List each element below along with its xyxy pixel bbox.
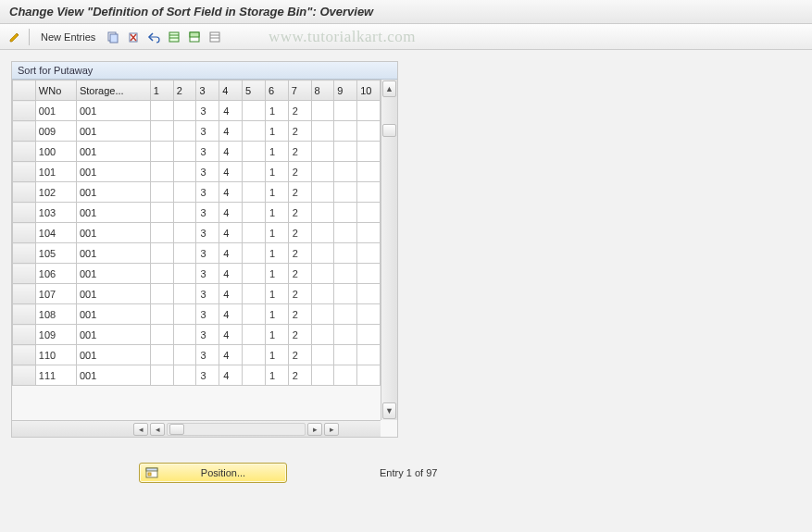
cell-wno[interactable]: 009 bbox=[35, 121, 76, 142]
cell-sort-2[interactable] bbox=[173, 121, 196, 142]
cell-storage[interactable]: 001 bbox=[76, 304, 150, 325]
cell-sort-3[interactable]: 3 bbox=[196, 345, 219, 365]
row-selector[interactable] bbox=[13, 284, 36, 304]
cell-sort-9[interactable] bbox=[334, 264, 357, 284]
cell-sort-2[interactable] bbox=[173, 345, 196, 365]
cell-sort-10[interactable] bbox=[357, 304, 381, 325]
cell-sort-7[interactable]: 2 bbox=[288, 365, 311, 386]
row-selector[interactable] bbox=[13, 182, 36, 203]
cell-storage[interactable]: 001 bbox=[76, 162, 150, 182]
cell-storage[interactable]: 001 bbox=[76, 264, 150, 284]
cell-sort-7[interactable]: 2 bbox=[288, 345, 311, 365]
cell-sort-3[interactable]: 3 bbox=[196, 304, 219, 325]
cell-sort-5[interactable] bbox=[243, 284, 266, 304]
cell-sort-2[interactable] bbox=[173, 325, 196, 345]
cell-sort-9[interactable] bbox=[334, 304, 357, 325]
cell-sort-8[interactable] bbox=[311, 121, 334, 142]
copy-as-icon[interactable] bbox=[104, 28, 122, 46]
cell-sort-1[interactable] bbox=[150, 101, 173, 121]
cell-wno[interactable]: 103 bbox=[35, 203, 76, 223]
cell-sort-6[interactable]: 1 bbox=[265, 365, 288, 386]
cell-sort-6[interactable]: 1 bbox=[265, 162, 288, 182]
cell-sort-5[interactable] bbox=[243, 223, 266, 243]
cell-sort-2[interactable] bbox=[173, 101, 196, 121]
cell-sort-5[interactable] bbox=[243, 121, 266, 142]
cell-sort-9[interactable] bbox=[334, 243, 357, 264]
table-row[interactable]: 1050013412 bbox=[13, 243, 381, 264]
table-row[interactable]: 1040013412 bbox=[13, 223, 381, 243]
cell-sort-8[interactable] bbox=[311, 325, 334, 345]
cell-sort-5[interactable] bbox=[243, 162, 266, 182]
cell-sort-4[interactable]: 4 bbox=[219, 142, 243, 162]
cell-wno[interactable]: 106 bbox=[35, 264, 76, 284]
cell-sort-10[interactable] bbox=[357, 243, 381, 264]
cell-sort-9[interactable] bbox=[334, 182, 357, 203]
scroll-first-icon[interactable]: ◂ bbox=[133, 423, 148, 436]
row-selector[interactable] bbox=[13, 223, 36, 243]
cell-sort-5[interactable] bbox=[243, 345, 266, 365]
row-selector[interactable] bbox=[13, 203, 36, 223]
cell-wno[interactable]: 105 bbox=[35, 243, 76, 264]
vscroll-thumb[interactable] bbox=[382, 124, 396, 137]
cell-storage[interactable]: 001 bbox=[76, 325, 150, 345]
cell-sort-10[interactable] bbox=[357, 203, 381, 223]
cell-sort-1[interactable] bbox=[150, 223, 173, 243]
cell-sort-9[interactable] bbox=[334, 203, 357, 223]
cell-sort-2[interactable] bbox=[173, 284, 196, 304]
cell-sort-1[interactable] bbox=[150, 284, 173, 304]
cell-sort-4[interactable]: 4 bbox=[219, 264, 243, 284]
row-selector[interactable] bbox=[13, 345, 36, 365]
col-8[interactable]: 8 bbox=[311, 80, 334, 101]
col-1[interactable]: 1 bbox=[150, 80, 173, 101]
cell-storage[interactable]: 001 bbox=[76, 284, 150, 304]
cell-sort-6[interactable]: 1 bbox=[265, 203, 288, 223]
col-storage[interactable]: Storage... bbox=[76, 80, 150, 101]
table-row[interactable]: 1070013412 bbox=[13, 284, 381, 304]
cell-sort-8[interactable] bbox=[311, 162, 334, 182]
cell-sort-3[interactable]: 3 bbox=[196, 284, 219, 304]
cell-sort-8[interactable] bbox=[311, 304, 334, 325]
cell-sort-3[interactable]: 3 bbox=[196, 203, 219, 223]
horizontal-scrollbar[interactable]: ◂ ◂ ▸ ▸ bbox=[12, 420, 381, 437]
cell-sort-5[interactable] bbox=[243, 325, 266, 345]
row-selector[interactable] bbox=[13, 243, 36, 264]
cell-wno[interactable]: 111 bbox=[35, 365, 76, 386]
cell-storage[interactable]: 001 bbox=[76, 365, 150, 386]
cell-sort-9[interactable] bbox=[334, 121, 357, 142]
cell-storage[interactable]: 001 bbox=[76, 121, 150, 142]
cell-sort-8[interactable] bbox=[311, 243, 334, 264]
cell-wno[interactable]: 104 bbox=[35, 223, 76, 243]
scroll-last-icon[interactable]: ▸ bbox=[324, 423, 339, 436]
cell-wno[interactable]: 101 bbox=[35, 162, 76, 182]
cell-sort-1[interactable] bbox=[150, 121, 173, 142]
cell-sort-10[interactable] bbox=[357, 182, 381, 203]
cell-sort-7[interactable]: 2 bbox=[288, 101, 311, 121]
col-5[interactable]: 5 bbox=[243, 80, 266, 101]
col-6[interactable]: 6 bbox=[265, 80, 288, 101]
cell-sort-8[interactable] bbox=[311, 345, 334, 365]
cell-sort-3[interactable]: 3 bbox=[196, 101, 219, 121]
table-row[interactable]: 0010013412 bbox=[13, 101, 381, 121]
cell-sort-7[interactable]: 2 bbox=[288, 182, 311, 203]
row-selector[interactable] bbox=[13, 121, 36, 142]
row-selector[interactable] bbox=[13, 325, 36, 345]
cell-sort-1[interactable] bbox=[150, 203, 173, 223]
cell-storage[interactable]: 001 bbox=[76, 142, 150, 162]
cell-sort-1[interactable] bbox=[150, 345, 173, 365]
row-selector[interactable] bbox=[13, 365, 36, 386]
cell-sort-6[interactable]: 1 bbox=[265, 325, 288, 345]
col-10[interactable]: 10 bbox=[357, 80, 381, 101]
cell-sort-6[interactable]: 1 bbox=[265, 284, 288, 304]
cell-sort-1[interactable] bbox=[150, 365, 173, 386]
row-selector[interactable] bbox=[13, 304, 36, 325]
scroll-right-icon[interactable]: ▸ bbox=[307, 423, 322, 436]
cell-sort-1[interactable] bbox=[150, 243, 173, 264]
cell-sort-10[interactable] bbox=[357, 284, 381, 304]
vertical-scrollbar[interactable]: ▲ ▼ bbox=[381, 80, 397, 420]
cell-sort-1[interactable] bbox=[150, 182, 173, 203]
delete-icon[interactable] bbox=[124, 28, 143, 46]
cell-sort-3[interactable]: 3 bbox=[196, 243, 219, 264]
cell-sort-4[interactable]: 4 bbox=[219, 101, 243, 121]
cell-sort-2[interactable] bbox=[173, 162, 196, 182]
cell-sort-1[interactable] bbox=[150, 142, 173, 162]
